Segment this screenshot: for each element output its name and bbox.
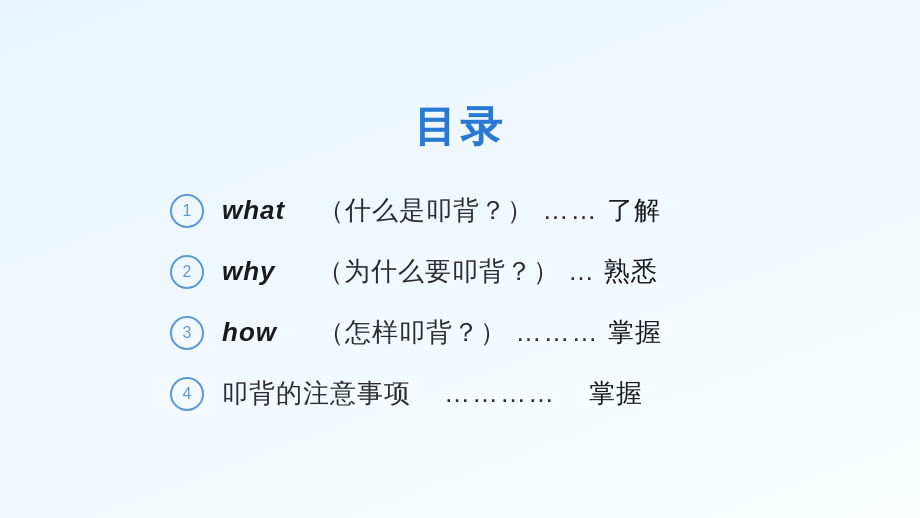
- toc-desc-1: [293, 195, 309, 225]
- toc-dots-3: ………: [515, 317, 599, 347]
- toc-text-2: why （为什么要叩背？） … 熟悉: [222, 254, 658, 289]
- toc-item-1: 1 what （什么是叩背？） …… 了解: [170, 185, 750, 236]
- page-container: 目录 1 what （什么是叩背？） …… 了解 2 why （为: [0, 79, 920, 439]
- toc-keyword-4: 叩背的注意事项: [222, 378, 411, 408]
- toc-text-3: how （怎样叩背？） ……… 掌握: [222, 315, 662, 350]
- page-title: 目录: [414, 99, 506, 155]
- toc-space-4: [419, 378, 435, 408]
- number-circle-2: 2: [170, 255, 204, 289]
- toc-keyword-3: how: [222, 317, 277, 347]
- toc-item-2: 2 why （为什么要叩背？） … 熟悉: [170, 246, 750, 297]
- toc-level-4: 掌握: [589, 378, 643, 408]
- toc-space-2: [284, 256, 309, 286]
- toc-level-3: 掌握: [608, 317, 662, 347]
- toc-text-1: what （什么是叩背？） …… 了解: [222, 193, 661, 228]
- toc-text-4: 叩背的注意事项 ………… 掌握: [222, 376, 643, 411]
- toc-dots-4: …………: [444, 378, 556, 408]
- toc-list: 1 what （什么是叩背？） …… 了解 2 why （为什么要叩背？） … …: [170, 185, 750, 419]
- toc-keyword-2: why: [222, 256, 276, 286]
- toc-item-4: 4 叩背的注意事项 ………… 掌握: [170, 368, 750, 419]
- toc-dots-2: …: [568, 256, 596, 286]
- toc-keyword-1: what: [222, 195, 285, 225]
- number-circle-3: 3: [170, 316, 204, 350]
- toc-desc-2-text: （为什么要叩背？）: [317, 256, 560, 286]
- toc-space-3: [285, 317, 310, 347]
- toc-desc-3-text: （怎样叩背？）: [318, 317, 507, 347]
- toc-level-1: 了解: [607, 195, 661, 225]
- number-circle-1: 1: [170, 194, 204, 228]
- toc-level-2: 熟悉: [604, 256, 658, 286]
- number-circle-4: 4: [170, 377, 204, 411]
- toc-desc-1-text: （什么是叩背？）: [318, 195, 534, 225]
- toc-item-3: 3 how （怎样叩背？） ……… 掌握: [170, 307, 750, 358]
- toc-space-4b: [564, 378, 580, 408]
- toc-dots-1: ……: [542, 195, 598, 225]
